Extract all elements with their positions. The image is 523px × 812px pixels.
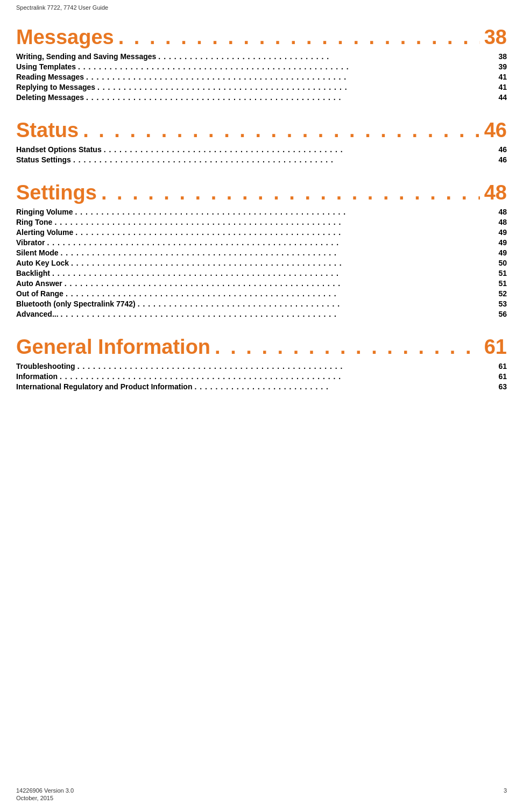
toc-dots-messages-4: . . . . . . . . . . . . . . . . . . . . … <box>86 93 492 102</box>
section-title-status: Status . . . . . . . . . . . . . . . . .… <box>16 119 507 142</box>
footer-version: 14226906 Version 3.0 <box>16 787 74 794</box>
toc-dots-messages-1: . . . . . . . . . . . . . . . . . . . . … <box>78 62 492 71</box>
footer-left: 14226906 Version 3.0 October, 2015 <box>16 787 74 801</box>
toc-dots-settings-7: . . . . . . . . . . . . . . . . . . . . … <box>65 279 492 288</box>
toc-page-settings-4: 49 <box>494 248 507 257</box>
toc-label-messages-3: Replying to Messages <box>16 83 95 91</box>
toc-label-messages-4: Deleting Messages <box>16 93 84 102</box>
toc-page-settings-8: 52 <box>494 289 507 298</box>
section-title-settings: Settings . . . . . . . . . . . . . . . .… <box>16 181 507 204</box>
section-title-text-messages: Messages <box>16 26 114 49</box>
section-title-dots-general-information: . . . . . . . . . . . . . . . . . . . <box>215 336 480 359</box>
toc-page-messages-2: 41 <box>494 73 507 81</box>
toc-page-messages-3: 41 <box>494 83 507 91</box>
toc-page-messages-4: 44 <box>494 93 507 102</box>
section-title-page-general-information: 61 <box>484 336 507 359</box>
section-status: Status . . . . . . . . . . . . . . . . .… <box>16 119 507 164</box>
toc-dots-status-0: . . . . . . . . . . . . . . . . . . . . … <box>104 145 492 154</box>
toc-dots-messages-3: . . . . . . . . . . . . . . . . . . . . … <box>97 83 492 91</box>
section-title-text-general-information: General Information <box>16 336 210 359</box>
toc-label-settings-1: Ring Tone <box>16 218 52 226</box>
toc-label-messages-1: Using Templates <box>16 62 76 71</box>
toc-entry-settings-4: Silent Mode . . . . . . . . . . . . . . … <box>16 248 507 257</box>
toc-dots-settings-0: . . . . . . . . . . . . . . . . . . . . … <box>75 208 492 216</box>
toc-entry-settings-3: Vibrator . . . . . . . . . . . . . . . .… <box>16 238 507 247</box>
toc-page-settings-9: 53 <box>494 300 507 308</box>
toc-label-general-information-1: Information <box>16 372 58 381</box>
toc-page-general-information-0: 61 <box>494 362 507 371</box>
page-header: Spectralink 7722, 7742 User Guide <box>0 0 523 15</box>
toc-page-status-0: 46 <box>494 145 507 154</box>
toc-label-settings-5: Auto Key Lock <box>16 259 69 267</box>
toc-page-settings-5: 50 <box>494 259 507 267</box>
section-title-dots-settings: . . . . . . . . . . . . . . . . . . . . … <box>101 181 480 204</box>
toc-entry-general-information-2: International Regulatory and Product Inf… <box>16 382 507 391</box>
toc-page-status-1: 46 <box>494 155 507 164</box>
section-title-dots-status: . . . . . . . . . . . . . . . . . . . . … <box>83 119 480 142</box>
section-title-messages: Messages . . . . . . . . . . . . . . . .… <box>16 26 507 49</box>
toc-label-settings-2: Alerting Volume <box>16 228 73 237</box>
section-settings: Settings . . . . . . . . . . . . . . . .… <box>16 181 507 318</box>
toc-dots-settings-5: . . . . . . . . . . . . . . . . . . . . … <box>71 259 492 267</box>
section-title-page-status: 46 <box>484 119 507 142</box>
toc-label-settings-4: Silent Mode <box>16 248 59 257</box>
toc-label-messages-0: Writing, Sending and Saving Messages <box>16 52 156 61</box>
toc-dots-general-information-0: . . . . . . . . . . . . . . . . . . . . … <box>77 362 492 371</box>
toc-dots-messages-2: . . . . . . . . . . . . . . . . . . . . … <box>86 73 492 81</box>
toc-page-settings-1: 48 <box>494 218 507 226</box>
toc-label-settings-9: Bluetooth (only Spectralink 7742) <box>16 300 136 308</box>
header-title: Spectralink 7722, 7742 User Guide <box>16 4 108 11</box>
toc-label-messages-2: Reading Messages <box>16 73 84 81</box>
toc-page-messages-0: 38 <box>494 52 507 61</box>
toc-label-settings-0: Ringing Volume <box>16 208 73 216</box>
section-messages: Messages . . . . . . . . . . . . . . . .… <box>16 26 507 102</box>
toc-dots-settings-8: . . . . . . . . . . . . . . . . . . . . … <box>66 289 492 298</box>
toc-page-general-information-2: 63 <box>494 382 507 391</box>
toc-page-settings-6: 51 <box>494 269 507 277</box>
toc-page-settings-0: 48 <box>494 208 507 216</box>
toc-label-status-0: Handset Options Status <box>16 145 102 154</box>
toc-entry-settings-5: Auto Key Lock . . . . . . . . . . . . . … <box>16 259 507 267</box>
toc-entry-messages-1: Using Templates . . . . . . . . . . . . … <box>16 62 507 71</box>
toc-label-general-information-0: Troubleshooting <box>16 362 75 371</box>
toc-entry-status-1: Status Settings . . . . . . . . . . . . … <box>16 155 507 164</box>
footer-page: 3 <box>504 787 507 801</box>
toc-page-settings-7: 51 <box>494 279 507 288</box>
toc-dots-general-information-2: . . . . . . . . . . . . . . . . . . . . … <box>194 382 492 391</box>
toc-entry-settings-10: Advanced... . . . . . . . . . . . . . . … <box>16 310 507 318</box>
toc-entry-settings-1: Ring Tone . . . . . . . . . . . . . . . … <box>16 218 507 226</box>
toc-entry-settings-7: Auto Answer . . . . . . . . . . . . . . … <box>16 279 507 288</box>
page-content: Messages . . . . . . . . . . . . . . . .… <box>0 15 523 440</box>
toc-dots-settings-6: . . . . . . . . . . . . . . . . . . . . … <box>52 269 492 277</box>
toc-label-settings-6: Backlight <box>16 269 50 277</box>
section-title-text-settings: Settings <box>16 181 97 204</box>
toc-dots-settings-3: . . . . . . . . . . . . . . . . . . . . … <box>47 238 492 247</box>
toc-entry-settings-9: Bluetooth (only Spectralink 7742) . . . … <box>16 300 507 308</box>
toc-label-general-information-2: International Regulatory and Product Inf… <box>16 382 192 391</box>
toc-entry-general-information-1: Information . . . . . . . . . . . . . . … <box>16 372 507 381</box>
page-footer: 14226906 Version 3.0 October, 2015 3 <box>16 787 507 801</box>
section-general-information: General Information . . . . . . . . . . … <box>16 336 507 391</box>
toc-label-settings-3: Vibrator <box>16 238 45 247</box>
toc-page-general-information-1: 61 <box>494 372 507 381</box>
section-title-general-information: General Information . . . . . . . . . . … <box>16 336 507 359</box>
section-title-dots-messages: . . . . . . . . . . . . . . . . . . . . … <box>118 26 480 49</box>
toc-dots-status-1: . . . . . . . . . . . . . . . . . . . . … <box>73 155 492 164</box>
toc-entry-messages-2: Reading Messages . . . . . . . . . . . .… <box>16 73 507 81</box>
toc-entry-settings-6: Backlight . . . . . . . . . . . . . . . … <box>16 269 507 277</box>
section-title-page-settings: 48 <box>484 181 507 204</box>
toc-dots-settings-9: . . . . . . . . . . . . . . . . . . . . … <box>138 300 492 308</box>
toc-dots-messages-0: . . . . . . . . . . . . . . . . . . . . … <box>158 52 492 61</box>
toc-dots-settings-1: . . . . . . . . . . . . . . . . . . . . … <box>54 218 492 226</box>
toc-page-settings-10: 56 <box>494 310 507 318</box>
toc-dots-settings-2: . . . . . . . . . . . . . . . . . . . . … <box>75 228 492 237</box>
toc-label-settings-7: Auto Answer <box>16 279 62 288</box>
toc-label-status-1: Status Settings <box>16 155 71 164</box>
toc-label-settings-10: Advanced... <box>16 310 59 318</box>
toc-entry-status-0: Handset Options Status . . . . . . . . .… <box>16 145 507 154</box>
toc-label-settings-8: Out of Range <box>16 289 63 298</box>
toc-entry-settings-8: Out of Range . . . . . . . . . . . . . .… <box>16 289 507 298</box>
toc-page-messages-1: 39 <box>494 62 507 71</box>
toc-dots-general-information-1: . . . . . . . . . . . . . . . . . . . . … <box>60 372 492 381</box>
toc-entry-settings-2: Alerting Volume . . . . . . . . . . . . … <box>16 228 507 237</box>
